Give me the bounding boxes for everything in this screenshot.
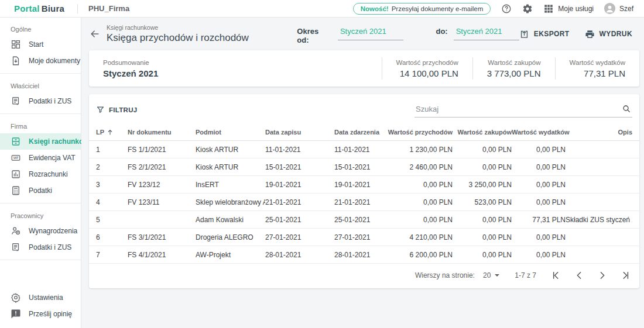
stat-value: 14 100,00 PLN (396, 68, 458, 78)
next-page-icon[interactable] (597, 270, 608, 281)
table-cell: AW-Projekt (196, 251, 265, 259)
table-cell: 3 (96, 181, 128, 189)
sidebar-item-label: Moje dokumenty (29, 57, 80, 65)
table-cell: FS 1/1/2021 (128, 146, 196, 154)
sidebar-item-podatki-zus-wlasciciel[interactable]: Podatki i ZUS (0, 93, 81, 109)
period-from-label: Okres od: (297, 26, 332, 44)
sidebar-item-ksiegi-rachunkowe[interactable]: Księgi rachunkowe (0, 133, 81, 150)
period-from-field[interactable]: Styczeń 2021 (338, 26, 403, 40)
app-logo[interactable]: PortalBiura (14, 4, 64, 13)
table-cell: 6 (96, 233, 128, 241)
sidebar-item-przeslij-opinie[interactable]: Prześlij opinię (0, 306, 81, 322)
export-button[interactable]: EKSPORT (519, 29, 570, 39)
sidebar-divider (0, 260, 81, 260)
table-cell: 27-01-2021 (334, 233, 386, 241)
ledger-table-card: FILTRUJ LP (89, 94, 639, 288)
sidebar-item-moje-dokumenty[interactable]: Moje dokumenty (0, 53, 81, 69)
logo-part-1: Portal (14, 4, 40, 13)
table-row[interactable]: 5 Adam Kowalski 25-01-2021 25-01-2021 0,… (89, 211, 639, 229)
stat-value: 3 773,00 PLN (487, 68, 541, 78)
column-header[interactable]: Wartość wydatków (512, 129, 566, 136)
section-label-firma: Firma (0, 118, 81, 133)
help-icon[interactable] (501, 4, 512, 14)
topbar-divider (77, 4, 78, 13)
table-row[interactable]: 2 FS 2/1/2021 Kiosk ARTUR 15-01-2021 15-… (89, 158, 639, 176)
summary-label: Podsumowanie (103, 59, 158, 66)
stat-zakupy: Wartość zakupów 3 773,00 PLN (472, 57, 555, 80)
gear-icon[interactable] (522, 4, 533, 14)
column-header[interactable]: Wartość zakupów (453, 129, 512, 136)
my-services-button[interactable]: Moje usługi (543, 4, 594, 14)
column-header[interactable]: Data zapisu (265, 129, 334, 136)
sidebar-item-ustawienia[interactable]: Ustawienia (0, 289, 81, 306)
print-button[interactable]: WYDRUK (585, 29, 632, 39)
table-cell: 19-01-2021 (334, 181, 386, 189)
first-page-icon[interactable] (550, 270, 561, 281)
table-row[interactable]: 6 FS 3/1/2021 Drogeria ALEGRO 27-01-2021… (89, 229, 639, 246)
column-header[interactable]: Opis (566, 129, 632, 136)
back-arrow-icon[interactable] (89, 28, 101, 40)
stat-label: Wartość przychodów (396, 59, 458, 66)
column-header[interactable]: Podmiot (196, 129, 265, 136)
table-cell: 0,00 PLN (453, 233, 512, 241)
table-header-row: LP Nr dokumentu Podmiot Data zapisu Data… (89, 123, 639, 141)
table-cell: 28-01-2021 (265, 251, 334, 259)
filter-button[interactable]: FILTRUJ (96, 105, 138, 118)
period-to-label: do: (436, 26, 447, 36)
column-header[interactable]: Nr dokumentu (128, 129, 196, 136)
sidebar-item-label: Podatki (29, 187, 52, 195)
table-cell: 7 (96, 251, 128, 259)
taxes-zus-icon (11, 242, 21, 253)
search-field[interactable] (415, 103, 632, 118)
export-icon (519, 29, 529, 39)
stat-label: Wartość zakupów (487, 59, 541, 66)
sidebar-item-rozrachunki[interactable]: Rozrachunki (0, 166, 81, 182)
salary-person-icon (11, 226, 21, 236)
column-header-lp[interactable]: LP (96, 129, 128, 136)
table-cell: 15-01-2021 (265, 163, 334, 171)
previous-page-icon[interactable] (574, 270, 584, 281)
rows-per-page-value: 20 (483, 271, 491, 279)
table-row[interactable]: 3 FV 123/12 InsERT 19-01-2021 19-01-2021… (89, 176, 639, 194)
taxes-zus-icon (11, 96, 21, 106)
stat-wydatki: Wartość wydatków 77,31 PLN (555, 57, 639, 80)
promo-pill[interactable]: Nowość! Przesyłaj dokumenty e-mailem (353, 3, 491, 15)
avatar (604, 3, 615, 14)
table-cell: 0,00 PLN (453, 251, 512, 259)
last-page-icon[interactable] (621, 270, 631, 281)
chevron-down-icon (495, 274, 499, 277)
table-cell: 0,00 PLN (512, 251, 566, 259)
table-cell: Adam Kowalski (196, 216, 265, 224)
section-label-ogolne: Ogólne (0, 21, 81, 36)
table-cell: 11-01-2021 (334, 146, 386, 154)
period-controls: Okres od: Styczeń 2021 do: Styczeń 2021 (297, 26, 519, 44)
sidebar-spacer (0, 264, 81, 289)
feedback-icon (11, 309, 21, 319)
page-title: Księga przychodów i rozchodów (107, 32, 297, 44)
sidebar-item-label: Podatki i ZUS (29, 243, 71, 251)
table-cell: Kiosk ARTUR (196, 163, 265, 171)
table-row[interactable]: 1 FS 1/1/2021 Kiosk ARTUR 11-01-2021 11-… (89, 141, 639, 158)
table-cell: 0,00 PLN (453, 146, 512, 154)
table-cell: 25-01-2021 (334, 216, 386, 224)
document-icon (11, 56, 21, 66)
column-header[interactable]: Wartość przychodów (386, 129, 453, 136)
table-cell: 15-01-2021 (334, 163, 386, 171)
sidebar-item-wynagrodzenia[interactable]: Wynagrodzenia (0, 223, 81, 239)
column-header[interactable]: Data zdarzenia (334, 129, 386, 136)
user-menu[interactable]: Szef (604, 3, 633, 14)
sidebar-item-podatki-zus-pracownicy[interactable]: Podatki i ZUS (0, 239, 81, 256)
table-cell: 28-01-2021 (334, 251, 386, 259)
rows-per-page-select[interactable]: 20 (483, 271, 499, 279)
search-input[interactable] (416, 105, 622, 113)
table-cell: Sklep wielobranżowy ALEX (196, 198, 265, 206)
funnel-icon (96, 105, 105, 114)
sidebar-item-start[interactable]: Start (0, 36, 81, 53)
sidebar-item-ewidencja-vat[interactable]: VAT Ewidencja VAT (0, 150, 81, 166)
table-row[interactable]: 4 FV 123/11 Sklep wielobranżowy ALEX 21-… (89, 194, 639, 211)
period-to-field[interactable]: Styczeń 2021 (454, 26, 519, 40)
sidebar-item-podatki[interactable]: Podatki (0, 182, 81, 199)
rows-per-page-label: Wierszy na stronie: (415, 271, 475, 279)
table-row[interactable]: 7 FS 4/1/2021 AW-Projekt 28-01-2021 28-0… (89, 246, 639, 264)
search-icon[interactable] (622, 104, 631, 113)
